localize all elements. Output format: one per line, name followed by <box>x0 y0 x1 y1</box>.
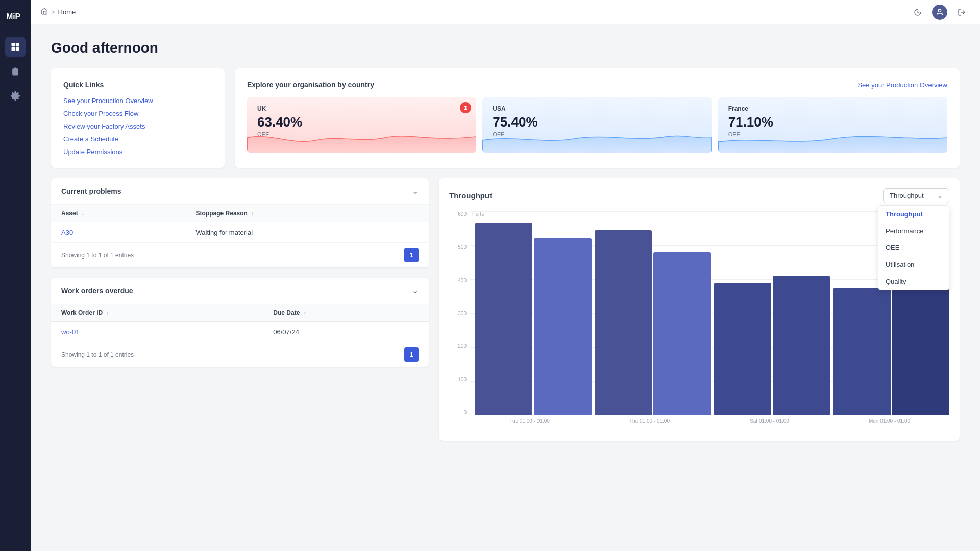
quick-link-update-permissions[interactable]: Update Permissions <box>63 148 212 156</box>
sort-asset-icon[interactable]: ↕ <box>82 211 84 216</box>
current-problems-title: Current problems <box>61 187 121 195</box>
sidebar-item-workorders[interactable] <box>5 61 26 82</box>
chart-section: Throughput Throughput ⌄ Throughput Perfo… <box>439 178 960 441</box>
breadcrumb-separator: > <box>51 8 55 16</box>
sort-date-icon[interactable]: ↕ <box>304 310 306 316</box>
page-title: Good afternoon <box>51 40 960 56</box>
uk-alert-badge: 1 <box>460 102 471 113</box>
dropdown-item-utilisation[interactable]: Utilisation <box>878 256 949 273</box>
current-problems-header: Current problems ⌄ <box>51 178 429 205</box>
col-due-date: Due Date ↕ <box>263 304 429 322</box>
bar-1-0[interactable] <box>595 230 652 415</box>
topbar-actions <box>910 4 970 20</box>
sidebar-item-dashboard[interactable] <box>5 37 26 57</box>
x-label-thu: Thu 01:00 - 01:00 <box>590 415 709 431</box>
svg-rect-2 <box>16 43 19 47</box>
breadcrumb: > Home <box>41 8 76 16</box>
usa-wave <box>482 128 712 153</box>
quick-link-create-schedule[interactable]: Create a Schedule <box>63 135 212 143</box>
current-problems-header-row: Asset ↕ Stoppage Reason ↕ <box>51 205 429 222</box>
y-label-400: 400 <box>449 278 470 283</box>
quick-link-production-overview[interactable]: See your Production Overview <box>63 97 212 105</box>
stoppage-cell: Waiting for material <box>186 222 429 243</box>
country-section-title: Explore your organisation by country <box>247 81 374 89</box>
work-orders-footer: Showing 1 to 1 of 1 entries 1 <box>51 342 429 367</box>
bar-3-1[interactable] <box>892 289 949 415</box>
country-card-usa[interactable]: USA 75.40% OEE <box>482 97 712 153</box>
breadcrumb-current: Home <box>58 8 76 16</box>
sort-stoppage-icon[interactable]: ↕ <box>251 211 254 216</box>
sidebar-item-settings[interactable] <box>5 86 26 106</box>
chart-area: Parts 0 100 200 300 <box>449 211 949 431</box>
country-name-uk: UK <box>257 105 466 112</box>
chart-dropdown-wrapper: Throughput ⌄ Throughput Performance OEE … <box>883 188 949 203</box>
sort-wo-icon[interactable]: ↕ <box>106 310 109 316</box>
table-row: A30 Waiting for material <box>51 222 429 243</box>
work-order-link[interactable]: wo-01 <box>61 328 79 336</box>
main-content: > Home Good afternoon Quick Links See yo… <box>31 0 980 551</box>
bar-2-1[interactable] <box>773 276 830 415</box>
country-name-usa: USA <box>493 105 701 112</box>
work-orders-page-badge[interactable]: 1 <box>404 347 419 362</box>
work-orders-showing: Showing 1 to 1 of 1 entries <box>61 351 134 358</box>
bar-group-2 <box>714 211 830 415</box>
work-orders-header-row: Work Order ID ↕ Due Date ↕ <box>51 304 429 322</box>
country-section-header: Explore your organisation by country See… <box>247 81 947 89</box>
dropdown-item-quality[interactable]: Quality <box>878 273 949 290</box>
svg-text:MiP: MiP <box>6 12 20 21</box>
chart-dropdown-trigger[interactable]: Throughput ⌄ <box>883 188 949 203</box>
quick-link-process-flow[interactable]: Check your Process Flow <box>63 110 212 117</box>
chevron-down-icon: ⌄ <box>937 192 943 199</box>
quick-links-card: Quick Links See your Production Overview… <box>51 68 225 168</box>
current-problems-card: Current problems ⌄ Asset ↕ Stoppa <box>51 178 429 267</box>
asset-cell: A30 <box>51 222 186 243</box>
x-label-sat: Sat 01:00 - 01:00 <box>709 415 829 431</box>
country-name-france: France <box>728 105 937 112</box>
quick-links-title: Quick Links <box>63 81 212 89</box>
asset-link[interactable]: A30 <box>61 229 73 236</box>
bar-1-1[interactable] <box>653 252 710 415</box>
bar-0-1[interactable] <box>534 238 591 415</box>
sidebar: MiP <box>0 0 31 551</box>
x-label-mon: Mon 01:00 - 01:00 <box>829 415 949 431</box>
y-label-500: 500 <box>449 244 470 250</box>
dropdown-item-throughput[interactable]: Throughput <box>878 206 949 222</box>
col-asset: Asset ↕ <box>51 205 186 222</box>
top-row: Quick Links See your Production Overview… <box>51 68 960 168</box>
y-label-200: 200 <box>449 343 470 349</box>
topbar: > Home <box>31 0 980 24</box>
svg-point-5 <box>938 9 941 12</box>
bar-2-0[interactable] <box>714 283 771 415</box>
bar-3-0[interactable] <box>833 288 890 415</box>
dropdown-item-performance[interactable]: Performance <box>878 222 949 239</box>
dropdown-item-oee[interactable]: OEE <box>878 239 949 256</box>
current-problems-table: Asset ↕ Stoppage Reason ↕ <box>51 205 429 243</box>
x-label-tue: Tue 01:00 - 01:00 <box>470 415 590 431</box>
y-axis: 0 100 200 300 400 500 600 <box>449 211 470 415</box>
table-row: wo-01 06/07/24 <box>51 322 429 342</box>
work-orders-card: Work orders overdue ⌄ Work Order ID ↕ <box>51 278 429 367</box>
chart-header: Throughput Throughput ⌄ Throughput Perfo… <box>449 188 949 203</box>
see-overview-link[interactable]: See your Production Overview <box>857 81 947 89</box>
bottom-row: Current problems ⌄ Asset ↕ Stoppa <box>51 178 960 441</box>
chart-bars <box>470 211 949 415</box>
bar-0-0[interactable] <box>475 223 532 415</box>
country-card-uk[interactable]: UK 63.40% OEE 1 <box>247 97 476 153</box>
france-wave <box>718 128 947 153</box>
country-card-france[interactable]: France 71.10% OEE <box>718 97 947 153</box>
theme-toggle-button[interactable] <box>910 4 926 20</box>
country-cards: UK 63.40% OEE 1 <box>247 97 947 153</box>
tables-section: Current problems ⌄ Asset ↕ Stoppa <box>51 178 429 441</box>
work-orders-collapse-button[interactable]: ⌄ <box>412 286 419 295</box>
current-problems-page-badge[interactable]: 1 <box>404 248 419 262</box>
col-work-order-id: Work Order ID ↕ <box>51 304 263 322</box>
avatar[interactable] <box>932 5 947 20</box>
quick-link-factory-assets[interactable]: Review your Factory Assets <box>63 122 212 130</box>
home-icon <box>41 8 48 16</box>
current-problems-showing: Showing 1 to 1 of 1 entries <box>61 252 134 259</box>
logout-button[interactable] <box>953 4 970 20</box>
y-label-0: 0 <box>449 410 470 415</box>
current-problems-collapse-button[interactable]: ⌄ <box>412 186 419 196</box>
y-label-300: 300 <box>449 311 470 316</box>
bar-group-1 <box>595 211 711 415</box>
